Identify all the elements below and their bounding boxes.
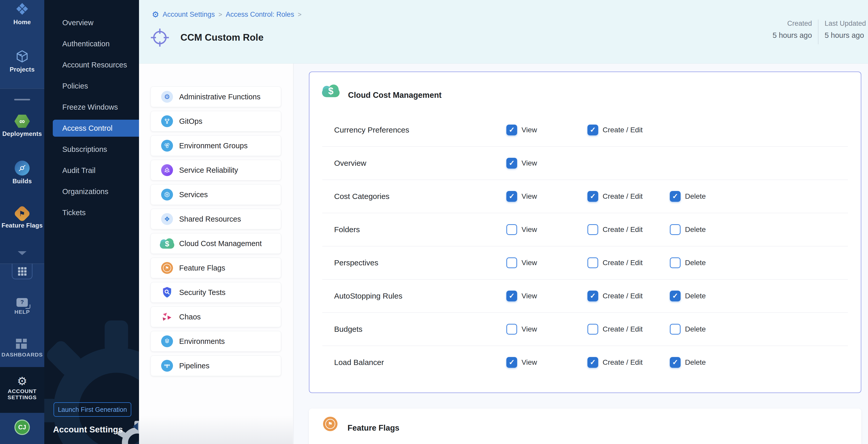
help-icon — [17, 298, 28, 307]
permission-cell-delete[interactable]: Delete — [670, 324, 706, 335]
page-header-band: ⚙ Account Settings > Access Control: Rol… — [139, 0, 868, 64]
user-avatar-item[interactable]: CJ — [0, 419, 44, 435]
permission-cell-view[interactable]: View — [506, 224, 537, 235]
rail-item-account-settings[interactable]: ⚙ ACCOUNT SETTINGS — [0, 375, 44, 401]
ccm-permissions-panel: $ Cloud Cost Management Currency Prefere… — [309, 71, 861, 393]
module-card-security-tests[interactable]: Security Tests — [151, 282, 281, 303]
settings-nav-item-policies[interactable]: Policies — [44, 75, 139, 97]
permission-cell-view[interactable]: View — [506, 158, 537, 168]
module-card-cloud-cost-management[interactable]: $Cloud Cost Management — [151, 233, 281, 254]
app-root: ❖ Home Projects ∞ Deployments Builds — [0, 0, 868, 444]
module-card-shared-resources[interactable]: ❖Shared Resources — [151, 209, 281, 229]
rail-item-label: Builds — [0, 178, 44, 185]
permission-row-perspectives: PerspectivesViewCreate / EditDelete — [309, 246, 861, 279]
permission-cell-create-edit[interactable]: Create / Edit — [587, 324, 643, 335]
module-card-label: Environments — [179, 337, 225, 346]
breadcrumb-separator: > — [218, 11, 222, 18]
checkbox-unchecked-icon[interactable] — [670, 224, 681, 235]
module-card-pipelines[interactable]: Pipelines — [151, 355, 281, 376]
module-grid-button[interactable] — [12, 264, 32, 279]
permission-cell-create-edit[interactable]: Create / Edit — [587, 224, 643, 235]
checkbox-checked-icon[interactable] — [670, 357, 681, 368]
rail-item-projects[interactable]: Projects — [0, 49, 44, 73]
rail-item-dashboards[interactable]: DASHBOARDS — [0, 339, 44, 358]
module-card-service-reliability[interactable]: Service Reliability — [151, 160, 281, 181]
permission-cell-delete[interactable]: Delete — [670, 191, 706, 202]
permission-cell-delete[interactable]: Delete — [670, 291, 706, 302]
checkbox-checked-icon[interactable] — [587, 191, 598, 202]
breadcrumb-link-access-control-roles[interactable]: Access Control: Roles — [226, 10, 294, 19]
permission-cell-view[interactable]: View — [506, 291, 537, 302]
checkbox-checked-icon[interactable] — [506, 291, 517, 302]
permission-cell-delete[interactable]: Delete — [670, 224, 706, 235]
permission-cell-delete[interactable]: Delete — [670, 357, 706, 368]
checkbox-checked-icon[interactable] — [506, 158, 517, 168]
checkbox-unchecked-icon[interactable] — [506, 257, 517, 268]
settings-nav-item-account-resources[interactable]: Account Resources — [44, 54, 139, 75]
checkbox-unchecked-icon[interactable] — [506, 324, 517, 335]
created-block: Created 5 hours ago — [773, 20, 812, 40]
settings-nav-item-authentication[interactable]: Authentication — [44, 33, 139, 54]
permission-label: Delete — [685, 225, 706, 234]
checkbox-unchecked-icon[interactable] — [670, 257, 681, 268]
module-card-label: Feature Flags — [179, 264, 225, 272]
checkbox-checked-icon[interactable] — [506, 125, 517, 135]
checkbox-checked-icon[interactable] — [587, 357, 598, 368]
checkbox-unchecked-icon[interactable] — [587, 257, 598, 268]
checkbox-checked-icon[interactable] — [670, 191, 681, 202]
settings-nav-item-audit-trail[interactable]: Audit Trail — [44, 160, 139, 181]
permission-cell-delete[interactable]: Delete — [670, 257, 706, 268]
permission-row-name: Overview — [334, 159, 366, 167]
chaos-icon — [161, 311, 173, 323]
module-card-feature-flags[interactable]: ⚑Feature Flags — [151, 258, 281, 278]
checkbox-checked-icon[interactable] — [670, 291, 681, 302]
permission-cell-create-edit[interactable]: Create / Edit — [587, 357, 643, 368]
settings-nav-item-tickets[interactable]: Tickets — [44, 202, 139, 223]
settings-nav-item-freeze-windows[interactable]: Freeze Windows — [44, 97, 139, 118]
checkbox-unchecked-icon[interactable] — [670, 324, 681, 335]
permission-label: Delete — [685, 259, 706, 267]
permission-cell-view[interactable]: View — [506, 191, 537, 202]
module-card-environment-groups[interactable]: Environment Groups — [151, 135, 281, 156]
feature-flags-module-icon: ⚑ — [13, 205, 31, 222]
rail-item-feature-flags[interactable]: ⚑ Feature Flags — [0, 206, 44, 229]
environment-groups-icon — [161, 140, 173, 152]
module-card-environments[interactable]: Environments — [151, 331, 281, 352]
settings-nav-item-subscriptions[interactable]: Subscriptions — [44, 139, 139, 160]
permission-cell-view[interactable]: View — [506, 125, 537, 135]
permission-cell-view[interactable]: View — [506, 357, 537, 368]
avatar-initials: CJ — [18, 424, 26, 431]
module-card-gitops[interactable]: GitOps — [151, 111, 281, 131]
permission-cell-create-edit[interactable]: Create / Edit — [587, 191, 643, 202]
breadcrumb-link-account-settings[interactable]: Account Settings — [163, 10, 215, 19]
rail-item-deployments[interactable]: ∞ Deployments — [0, 114, 44, 137]
launch-first-generation-button[interactable]: Launch First Generation — [54, 402, 131, 417]
checkbox-checked-icon[interactable] — [587, 125, 598, 135]
module-card-services[interactable]: Services — [151, 184, 281, 205]
module-card-chaos[interactable]: Chaos — [151, 307, 281, 327]
chevron-down-icon — [18, 251, 27, 255]
rail-item-builds[interactable]: Builds — [0, 161, 44, 185]
module-card-administrative-functions[interactable]: ⚙Administrative Functions — [151, 87, 281, 107]
checkbox-checked-icon[interactable] — [506, 191, 517, 202]
checkbox-unchecked-icon[interactable] — [587, 324, 598, 335]
settings-nav-item-overview[interactable]: Overview — [44, 12, 139, 33]
permission-cell-view[interactable]: View — [506, 257, 537, 268]
rail-more-modules[interactable] — [0, 251, 44, 255]
collapse-nav-icon[interactable] — [133, 423, 138, 431]
checkbox-checked-icon[interactable] — [587, 291, 598, 302]
rail-item-home[interactable]: ❖ Home — [0, 2, 44, 26]
permission-cell-create-edit[interactable]: Create / Edit — [587, 257, 643, 268]
permission-cell-view[interactable]: View — [506, 324, 537, 335]
permission-cell-create-edit[interactable]: Create / Edit — [587, 291, 643, 302]
settings-nav-item-organizations[interactable]: Organizations — [44, 181, 139, 202]
settings-nav-item-access-control[interactable]: Access Control — [44, 118, 139, 139]
checkbox-checked-icon[interactable] — [506, 357, 517, 368]
permission-cell-create-edit[interactable]: Create / Edit — [587, 125, 643, 135]
page-title: CCM Custom Role — [181, 32, 264, 43]
rail-item-help[interactable]: HELP — [0, 298, 44, 315]
permission-label: View — [522, 225, 537, 234]
avatar[interactable]: CJ — [14, 419, 30, 435]
checkbox-unchecked-icon[interactable] — [506, 224, 517, 235]
checkbox-unchecked-icon[interactable] — [587, 224, 598, 235]
